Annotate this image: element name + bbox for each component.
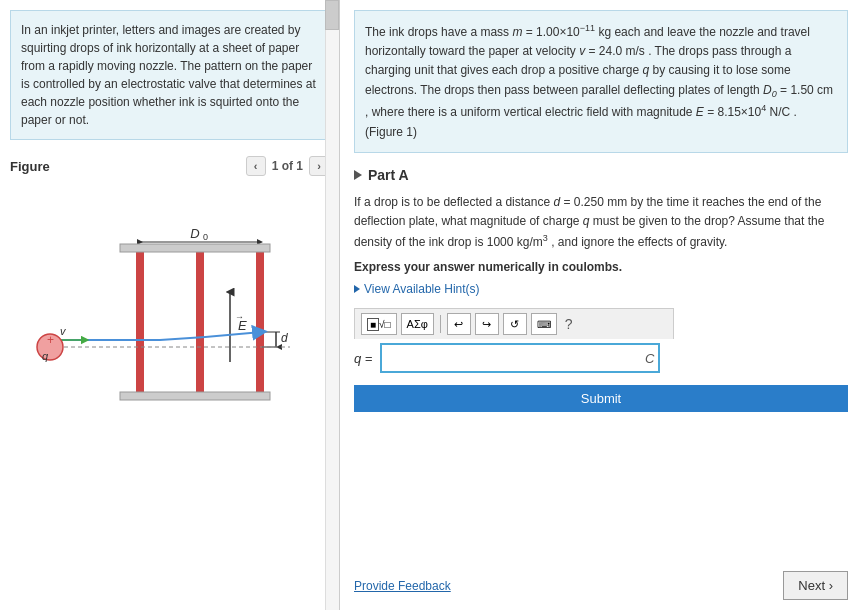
part-arrow-icon — [354, 170, 362, 180]
next-button[interactable]: Next › — [783, 571, 848, 600]
svg-rect-20 — [120, 392, 270, 400]
answer-input[interactable] — [380, 343, 660, 373]
reset-icon: ↺ — [510, 318, 519, 331]
E-symbol: E — [696, 105, 704, 119]
svg-text:+: + — [47, 333, 54, 347]
svg-text:0: 0 — [203, 232, 208, 242]
question-text: If a drop is to be deflected a distance … — [354, 193, 848, 253]
hint-arrow-icon — [354, 285, 360, 293]
reset-button[interactable]: ↺ — [503, 313, 527, 335]
figure-header: Figure ‹ 1 of 1 › — [0, 150, 339, 182]
figure-label: Figure — [10, 159, 50, 174]
answer-row: q = C — [354, 343, 848, 373]
intro-text: In an inkjet printer, letters and images… — [21, 23, 316, 127]
greek-button[interactable]: ΑΣφ — [401, 313, 434, 335]
svg-text:→: → — [235, 312, 244, 322]
answer-label: q = — [354, 351, 372, 366]
bottom-bar: Provide Feedback Next › — [354, 561, 848, 600]
velocity-symbol: v — [579, 44, 585, 58]
svg-rect-21 — [120, 244, 270, 252]
svg-text:d: d — [281, 331, 288, 345]
sqrt-icon: √□ — [379, 319, 391, 330]
toolbar-separator — [440, 315, 441, 333]
right-panel: The ink drops have a mass m = 1.00×10−11… — [340, 0, 862, 610]
answer-unit: C — [645, 351, 654, 366]
help-button[interactable]: ? — [565, 316, 573, 332]
svg-text:D: D — [190, 226, 199, 241]
next-label: Next › — [798, 578, 833, 593]
figure-prev-button[interactable]: ‹ — [246, 156, 266, 176]
mass-symbol: m — [512, 25, 522, 39]
express-text: Express your answer numerically in coulo… — [354, 260, 848, 274]
D0-symbol: D0 — [763, 83, 777, 97]
figure-page: 1 of 1 — [272, 159, 303, 173]
q-symbol: q — [583, 214, 590, 228]
hint-link[interactable]: View Available Hint(s) — [354, 282, 848, 296]
answer-input-wrap: C — [380, 343, 660, 373]
problem-description: The ink drops have a mass m = 1.00×10−11… — [354, 10, 848, 153]
svg-text:q: q — [42, 350, 49, 362]
figure-nav: ‹ 1 of 1 › — [246, 156, 329, 176]
part-a-label: Part A — [368, 167, 409, 183]
keyboard-button[interactable]: ⌨ — [531, 313, 557, 335]
svg-text:v: v — [60, 325, 67, 337]
feedback-link[interactable]: Provide Feedback — [354, 579, 451, 593]
charge-symbol: q — [643, 63, 650, 77]
greek-icon: ΑΣφ — [407, 318, 428, 330]
d-symbol: d — [553, 195, 560, 209]
undo-icon: ↩ — [454, 318, 463, 331]
redo-button[interactable]: ↪ — [475, 313, 499, 335]
intro-box: In an inkjet printer, letters and images… — [10, 10, 329, 140]
left-panel: In an inkjet printer, letters and images… — [0, 0, 340, 610]
matrix-icon: ■ — [367, 318, 379, 331]
figure-area: Figure ‹ 1 of 1 › D 0 — [0, 150, 339, 610]
undo-button[interactable]: ↩ — [447, 313, 471, 335]
scrollbar[interactable] — [325, 0, 339, 610]
keyboard-icon: ⌨ — [537, 319, 551, 330]
submit-button[interactable]: Submit — [354, 385, 848, 412]
matrix-button[interactable]: ■ √□ — [361, 313, 397, 335]
hint-label: View Available Hint(s) — [364, 282, 480, 296]
answer-toolbar: ■ √□ ΑΣφ ↩ ↪ ↺ ⌨ ? — [354, 308, 674, 339]
redo-icon: ↪ — [482, 318, 491, 331]
figure-diagram: D 0 — [20, 192, 330, 452]
part-a-header: Part A — [354, 167, 848, 183]
scroll-thumb[interactable] — [325, 0, 339, 30]
figure-canvas: D 0 — [0, 182, 339, 610]
